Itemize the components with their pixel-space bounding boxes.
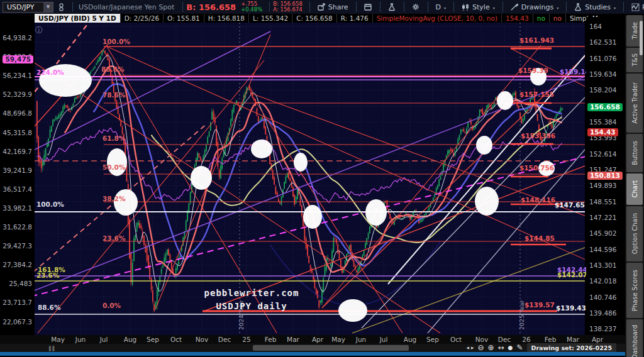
share-button-label: Share: [328, 3, 348, 11]
ask-small: A: 156.674: [273, 7, 303, 13]
right-axis-label: 149.893: [589, 182, 616, 189]
symbol-input[interactable]: USD/JPY ▼: [3, 2, 53, 13]
right-axis-label: 158.204: [589, 86, 616, 94]
left-axis-label: 42,169.7: [3, 148, 32, 155]
left-axis-label: 48,696.8: [3, 109, 32, 117]
price-level-label[interactable]: $153.396: [521, 133, 555, 140]
link-icon[interactable]: [53, 3, 69, 11]
quick-study-button[interactable]: [384, 3, 401, 11]
fib-level-label[interactable]: 88.6%: [101, 66, 124, 73]
fib-level-label[interactable]: 0.0%: [103, 302, 121, 309]
tab-option-chain[interactable]: Option Chain: [626, 206, 643, 261]
fib-level-label[interactable]: 23.6%: [103, 235, 125, 242]
price-level-label[interactable]: $157.155: [519, 91, 554, 98]
price-level-label[interactable]: $139.57: [525, 302, 555, 309]
calendar-button[interactable]: [360, 3, 377, 11]
divider: [182, 2, 183, 12]
timeframe-button[interactable]: D▾: [431, 3, 451, 11]
price-level-label[interactable]: $144.85: [525, 235, 555, 242]
left-axis-label: 33,982.1: [3, 204, 32, 212]
price-level-label[interactable]: $161.943: [519, 37, 554, 44]
fib-level-label[interactable]: 88.6%: [38, 304, 60, 311]
tab-strip-scrollbar[interactable]: [640, 21, 643, 55]
left-axis-label: 25,483: [9, 280, 32, 287]
right-axis-label: 162.531: [589, 38, 616, 46]
fib-level-label[interactable]: 61.8%: [103, 135, 125, 142]
pan-arrows[interactable]: ◂ ▸: [467, 344, 474, 351]
style-icon: [462, 3, 470, 11]
tab-label: Buttons: [631, 141, 638, 165]
tab-phase-scores[interactable]: Phase Scores: [626, 263, 643, 318]
divider: [404, 2, 404, 12]
fib-level-label[interactable]: 23.6%: [36, 272, 59, 279]
style-button[interactable]: Style▾: [457, 3, 499, 11]
study-value: 154.43: [502, 14, 533, 23]
divider: [502, 2, 503, 12]
right-axis-label: 143.301: [589, 261, 616, 269]
divider: [309, 2, 310, 12]
bid-price: B: 156.658: [186, 3, 236, 12]
tab-active-trader[interactable]: Active Trader: [626, 74, 643, 133]
fib-level-label[interactable]: 100.0%: [103, 38, 130, 45]
time-axis-label: Sep: [147, 336, 159, 343]
style-button-label: Style: [472, 3, 490, 11]
divider: [453, 2, 454, 12]
fib-level-label[interactable]: 78.6%: [103, 92, 125, 99]
right-axis-label: 164: [589, 23, 602, 30]
chart-svg[interactable]: [0, 0, 644, 357]
trading-platform-window: USD/JPY ▼ USDollar/Japanese Yen Spot B: …: [0, 0, 644, 357]
study-name[interactable]: SimpleMovingAvg (CLOSE, 10, 0, no): [373, 14, 502, 23]
right-axis-label: 145.902: [589, 229, 616, 237]
chevron-down-icon: ▾: [614, 6, 616, 10]
drawings-button[interactable]: Drawings▾: [506, 3, 564, 11]
chart-canvas[interactable]: 100.0%88.6%78.6%61.8%50.0%38.2%23.6%0.0%…: [0, 0, 644, 357]
tab-chart[interactable]: Chart: [626, 173, 643, 205]
right-axis-label: 148.551: [589, 198, 616, 206]
left-axis-label: 27,384.2: [3, 261, 32, 268]
price-level-label[interactable]: $147.65: [555, 202, 585, 209]
price-level-label[interactable]: $148.116: [521, 197, 555, 204]
time-axis-label: May: [331, 336, 345, 343]
left-price-axis[interactable]: 64,938.260,439.656,234.152,329.948,696.8…: [0, 23, 35, 335]
symbol-value[interactable]: USD/JPY: [3, 3, 43, 11]
gear-icon: [412, 3, 420, 11]
divider: [356, 2, 357, 12]
fib-level-label[interactable]: 161.8%: [38, 266, 65, 273]
tab-buttons[interactable]: Buttons: [626, 134, 643, 172]
time-axis-label: Oct: [450, 336, 462, 343]
drawing-set-label[interactable]: Drawing set: 2026-0225: [527, 343, 616, 353]
fib-level-label[interactable]: 50.0%: [103, 164, 125, 171]
time-axis-label: Jul: [380, 336, 388, 343]
patterns-button[interactable]: Patterns▾: [627, 3, 644, 11]
info-icon[interactable]: ⓘ: [35, 25, 43, 36]
scrollbar-thumb[interactable]: [253, 345, 409, 351]
fib-level-label[interactable]: 38.2%: [103, 195, 125, 202]
timeframe-button-label: D: [436, 3, 441, 11]
price-level-label[interactable]: $150.756: [519, 165, 554, 172]
right-price-axis[interactable]: 164162.531161.076159.634158.204155.38415…: [586, 17, 625, 335]
left-axis-badge: 59,475: [3, 55, 33, 63]
chart-title[interactable]: USD/JPY (BID) 5 Y 1D: [35, 14, 121, 23]
symbol-dropdown-button[interactable]: ▼: [43, 3, 53, 12]
fib-level-label[interactable]: 224.0%: [36, 69, 64, 76]
time-axis-label: Jun: [356, 336, 366, 343]
tab-label: Active Trader: [631, 82, 638, 124]
fib-level-label[interactable]: 100.0%: [36, 201, 64, 208]
price-level-label[interactable]: $139.432: [556, 305, 591, 312]
settings-button[interactable]: [408, 3, 425, 11]
share-icon: [318, 3, 326, 11]
price-level-label[interactable]: $159.39: [518, 67, 548, 74]
horizontal-scrollbar[interactable]: ▌▌ ◂ ▸ ⊖ ⊕ ↔ ● ✎ Drawing set: 2026-0225: [0, 344, 625, 352]
share-button[interactable]: Share: [313, 3, 353, 11]
right-axis-label: 152.614: [589, 150, 616, 158]
left-axis-label: 52,329.9: [3, 91, 32, 98]
tab-label: Phase Scores: [631, 270, 638, 311]
drawings-button-label: Drawings: [521, 3, 553, 11]
right-axis-label: 161.076: [589, 55, 616, 62]
divider: [72, 2, 73, 12]
ohlc-field: D: 2/25/26: [121, 14, 164, 23]
tab-dashboard[interactable]: Dashboard: [626, 319, 643, 357]
studies-button[interactable]: Studies▾: [570, 3, 620, 11]
ohlc-field: R: 1.476: [337, 14, 373, 23]
ohlc-field: H: 156.818: [204, 14, 249, 23]
